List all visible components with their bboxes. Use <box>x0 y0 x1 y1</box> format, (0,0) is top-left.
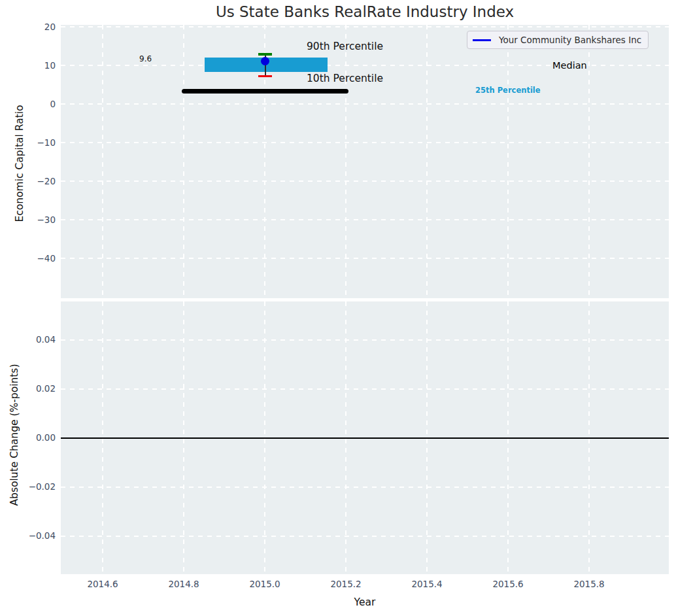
top-plot: 9.6 90th Percentile 10th Percentile 25th… <box>61 25 669 298</box>
xtick: 2014.8 <box>158 578 210 590</box>
p90-cap <box>258 53 272 56</box>
gridline <box>61 339 669 341</box>
gridline <box>61 536 669 537</box>
top-ylabel: Economic Capital Ratio <box>14 105 25 222</box>
ytick-top: 10 <box>14 60 56 71</box>
gridline <box>61 258 669 259</box>
gridline <box>102 25 103 298</box>
gridline <box>426 25 428 298</box>
gridline <box>61 26 669 27</box>
gridline <box>61 219 669 220</box>
gridline <box>183 25 184 298</box>
gridline <box>61 388 669 390</box>
legend-label: Your Community Bankshares Inc <box>499 35 641 45</box>
gridline <box>588 25 590 298</box>
legend: Your Community Bankshares Inc <box>467 31 649 49</box>
ytick-bottom: 0.04 <box>14 334 56 345</box>
xtick: 2015.2 <box>320 578 372 590</box>
gridline <box>61 142 669 143</box>
bottom-plot <box>61 301 669 574</box>
xtick: 2014.6 <box>76 578 129 590</box>
chart-title: Us State Banks RealRate Industry Index <box>216 3 514 20</box>
median-line <box>182 89 348 94</box>
gridline <box>61 103 669 105</box>
ytick-top: 20 <box>14 21 56 33</box>
p10-label: 10th Percentile <box>307 73 383 84</box>
xtick: 2015.0 <box>239 578 291 590</box>
median-value-label: 9.6 <box>139 54 152 63</box>
median-label: Median <box>552 60 587 71</box>
xtick: 2015.6 <box>482 578 534 590</box>
gridline <box>507 25 509 298</box>
xtick: 2015.4 <box>401 578 453 590</box>
xtick: 2015.8 <box>563 578 615 590</box>
p10-cap <box>258 75 272 78</box>
p25-label: 25th Percentile <box>475 86 541 95</box>
bottom-ylabel: Absolute Change (%-points) <box>8 364 20 506</box>
ytick-bottom: −0.04 <box>14 530 56 541</box>
figure: Us State Banks RealRate Industry Index 9… <box>0 0 676 616</box>
legend-line-icon <box>473 39 491 41</box>
company-marker <box>261 57 269 65</box>
gridline <box>61 487 669 488</box>
p90-label: 90th Percentile <box>307 41 383 52</box>
xaxis-label: Year <box>354 596 376 608</box>
zero-line <box>61 437 669 439</box>
gridline <box>345 25 346 298</box>
gridline <box>61 180 669 182</box>
ytick-top: −40 <box>14 252 56 264</box>
